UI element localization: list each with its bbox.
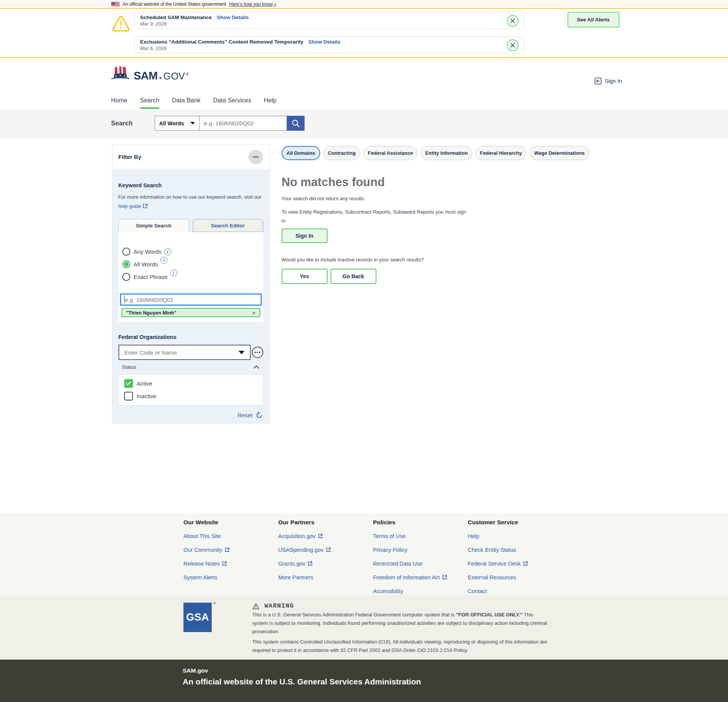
- checkbox-active[interactable]: [124, 379, 133, 388]
- banner-text: An official website of the United States…: [123, 2, 226, 7]
- nav-item-home[interactable]: Home: [111, 92, 128, 110]
- footer-col-our-partners: Our Partners Acquisition.gov USASpending…: [278, 519, 373, 601]
- footer-link-more-partners[interactable]: More Partners: [278, 573, 373, 581]
- chip-remove-icon[interactable]: ×: [252, 310, 256, 316]
- nav-item-data-services[interactable]: Data Services: [213, 92, 251, 110]
- us-flag-icon: [111, 2, 120, 6]
- pill-wage-determinations[interactable]: Wage Determinations: [530, 146, 589, 160]
- keyword-search-info: For more information on how to use our k…: [118, 193, 263, 211]
- tab-search-editor[interactable]: Search Editor: [193, 219, 263, 232]
- no-matches-heading: No matches found: [282, 176, 617, 188]
- footer-link-external-resources[interactable]: External Resources: [468, 573, 563, 581]
- see-all-alerts-button[interactable]: See All Alerts: [567, 12, 619, 28]
- minus-icon: [253, 156, 258, 157]
- footer-link-terms-of-use[interactable]: Terms of Use: [373, 532, 468, 540]
- external-link-icon: [143, 203, 148, 209]
- footer-link-help[interactable]: Help: [468, 532, 563, 540]
- nav-item-search[interactable]: Search: [140, 92, 159, 110]
- search-submit-button[interactable]: [287, 116, 305, 131]
- pill-entity-information[interactable]: Entity Information: [421, 146, 472, 160]
- keyword-chip: "Thien Nguyen Minh" ×: [122, 308, 260, 317]
- pill-all-domains[interactable]: All Domains: [282, 146, 320, 160]
- warning-triangle-icon: [112, 16, 130, 32]
- tab-simple-search[interactable]: Simple Search: [118, 219, 189, 232]
- federal-organizations-more-button[interactable]: [252, 347, 263, 358]
- search-input[interactable]: e.g. 1606N020Q02: [199, 116, 287, 131]
- alerts-region: Scheduled SAM Maintenance Show Details M…: [0, 9, 728, 58]
- nav-item-help[interactable]: Help: [264, 92, 276, 110]
- dark-footer-title: SAM.gov: [183, 667, 728, 674]
- sign-in-button[interactable]: Sign In: [282, 229, 328, 243]
- uncle-sam-hat-icon: [111, 66, 132, 83]
- alert-show-details-link[interactable]: Show Details: [217, 15, 249, 20]
- banner-how-link[interactable]: Here’s how you know ▾: [229, 2, 276, 7]
- reset-filters[interactable]: Reset: [118, 412, 263, 418]
- footer-link-foia[interactable]: Freedom of Information Act: [373, 573, 468, 581]
- footer-link-usaspending-gov[interactable]: USASpending.gov: [278, 546, 373, 554]
- alert-item: Scheduled SAM Maintenance Show Details M…: [134, 12, 524, 29]
- close-icon: [510, 43, 515, 48]
- yes-button[interactable]: Yes: [282, 269, 328, 284]
- sam-gov-logo[interactable]: SAM ★ GOV ®: [111, 66, 189, 83]
- pill-federal-assistance[interactable]: Federal Assistance: [363, 146, 418, 160]
- logo-sam-text: SAM: [134, 71, 158, 81]
- pill-contracting[interactable]: Contracting: [323, 146, 360, 160]
- footer-link-system-alerts[interactable]: System Alerts: [183, 573, 278, 581]
- help-guide-link[interactable]: help guide: [118, 203, 148, 209]
- close-icon: [510, 18, 515, 23]
- footer-link-about-this-site[interactable]: About This Site: [183, 532, 278, 540]
- external-link-icon: [308, 561, 313, 566]
- keyword-search-heading: Keyword Search: [118, 182, 263, 188]
- go-back-button[interactable]: Go Back: [331, 269, 376, 284]
- checkbox-active-label: Active: [137, 380, 152, 387]
- keyword-input[interactable]: e.g. 1606N020Q02: [120, 293, 262, 306]
- logo-gov-text: GOV: [163, 72, 185, 81]
- alert-date: Mar 9, 2026: [140, 21, 501, 27]
- search-mode-select[interactable]: All Words: [155, 116, 199, 131]
- footer-link-grants-gov[interactable]: Grants.gov: [278, 559, 373, 567]
- alert-close-button[interactable]: [507, 15, 519, 27]
- info-icon[interactable]: i: [164, 248, 171, 255]
- content-area: Filter By Keyword Search For more inform…: [0, 139, 728, 513]
- alert-show-details-link[interactable]: Show Details: [308, 39, 340, 45]
- search-strip-label: Search: [111, 116, 155, 131]
- checkbox-inactive-label: Inactive: [137, 393, 157, 399]
- sign-in-link[interactable]: Sign In: [595, 65, 622, 84]
- footer-link-restricted-data-use[interactable]: Restricted Data Use: [373, 559, 468, 567]
- federal-organizations-combobox[interactable]: Enter Code or Name: [118, 345, 251, 360]
- alert-close-button[interactable]: [507, 39, 519, 51]
- inactive-records-question: Would you like to include inactive recor…: [282, 257, 617, 263]
- sign-in-required-text: To view Entity Registrations, Subcontrac…: [282, 208, 469, 225]
- ellipsis-icon: [255, 352, 261, 353]
- footer-link-contact[interactable]: Contact: [468, 587, 563, 595]
- footer-links: Our Website About This Site Our Communit…: [0, 513, 728, 595]
- footer-link-acquisition-gov[interactable]: Acquisition.gov: [278, 532, 373, 540]
- footer-link-release-notes[interactable]: Release Notes: [183, 559, 278, 567]
- filter-collapse-button[interactable]: [248, 150, 263, 164]
- status-label: Status: [122, 364, 136, 370]
- info-icon[interactable]: i: [170, 269, 177, 276]
- footer-link-check-entity-status[interactable]: Check Entity Status: [468, 546, 563, 554]
- results-main: All Domains Contracting Federal Assistan…: [282, 144, 617, 423]
- info-icon[interactable]: i: [161, 257, 167, 264]
- nav-item-data-bank[interactable]: Data Bank: [172, 92, 201, 110]
- radio-all-words[interactable]: [122, 260, 130, 268]
- footer-link-accessibility[interactable]: Accessibility: [373, 587, 468, 595]
- chevron-up-icon[interactable]: [253, 365, 259, 369]
- radio-any-words[interactable]: [122, 248, 130, 256]
- footer-col-customer-service: Customer Service Help Check Entity Statu…: [468, 519, 563, 601]
- gsa-section: GSA ® WARNING This is a U.S. General Ser…: [0, 595, 728, 660]
- select-arrow-icon: [190, 122, 195, 125]
- radio-all-words-label: All Words: [134, 261, 158, 268]
- combobox-arrow-icon[interactable]: [238, 351, 245, 354]
- footer-link-our-community[interactable]: Our Community: [183, 546, 278, 554]
- checkbox-inactive[interactable]: [124, 392, 133, 400]
- radio-exact-phrase[interactable]: [122, 273, 130, 281]
- footer-link-federal-service-desk[interactable]: Federal Service Desk: [468, 559, 563, 567]
- dark-footer: SAM.gov An official website of the U.S. …: [0, 660, 728, 702]
- text-caret: [124, 296, 125, 303]
- footer-link-privacy-policy[interactable]: Privacy Policy: [373, 546, 468, 554]
- pill-federal-hierarchy[interactable]: Federal Hierarchy: [475, 146, 527, 160]
- filter-panel: Filter By Keyword Search For more inform…: [112, 144, 270, 423]
- domain-pills: All Domains Contracting Federal Assistan…: [282, 146, 617, 160]
